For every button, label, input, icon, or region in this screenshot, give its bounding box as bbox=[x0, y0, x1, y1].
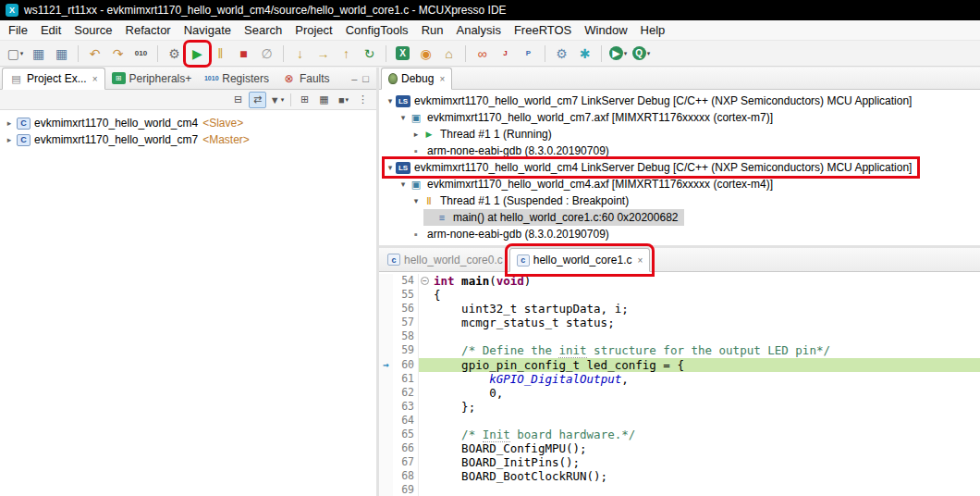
debug-tree-row[interactable]: ▾‖Thread #1 1 (Suspended : Breakpoint) bbox=[379, 192, 980, 209]
editor: c hello_world_core0.c c hello_world_core… bbox=[379, 245, 980, 496]
pin-view-button[interactable]: ▦ bbox=[315, 92, 333, 108]
code-line[interactable]: 68 BOARD_BootClockRUN(); bbox=[379, 469, 980, 483]
code-line[interactable]: 63 }; bbox=[379, 400, 980, 414]
menu-navigate[interactable]: Navigate bbox=[178, 21, 238, 39]
collapsed-arrow-icon[interactable]: ▸ bbox=[4, 135, 15, 144]
step-return-button[interactable]: ↑ bbox=[336, 43, 357, 64]
expanded-arrow-icon[interactable]: ▾ bbox=[385, 96, 396, 105]
code-area[interactable]: 54−int main(void)55{56 uint32_t startupD… bbox=[379, 272, 980, 496]
code-line[interactable]: 54−int main(void) bbox=[379, 274, 980, 288]
debug-tree-row[interactable]: ▾LSevkmimxrt1170_hello_world_cm7 LinkSer… bbox=[379, 93, 980, 109]
run-menu-button[interactable]: ▶▾ bbox=[607, 43, 629, 64]
code-line[interactable]: 57 mcmgr_status_t status; bbox=[379, 316, 980, 329]
menu-help[interactable]: Help bbox=[634, 21, 672, 39]
fold-ruler bbox=[418, 414, 431, 428]
binary-view-button[interactable]: 010 bbox=[130, 43, 152, 64]
suspend-button[interactable]: ‖ bbox=[210, 43, 231, 64]
layout-swatch-button[interactable]: ■▾ bbox=[335, 92, 352, 108]
disconnect-button[interactable]: ∅ bbox=[256, 43, 277, 64]
code-line[interactable]: →60 gpio_pin_config_t led_config = { bbox=[379, 358, 980, 372]
expanded-arrow-icon[interactable]: ▾ bbox=[398, 113, 409, 122]
save-all-button[interactable]: ▦ bbox=[51, 43, 72, 64]
resume-button[interactable]: ▶ bbox=[187, 43, 208, 64]
profile-tool-button[interactable]: X bbox=[392, 43, 413, 64]
fold-marker-icon[interactable]: − bbox=[418, 274, 431, 288]
menu-refactor[interactable]: Refactor bbox=[119, 21, 178, 39]
code-line[interactable]: 65 /* Init board hardware.*/ bbox=[379, 428, 980, 441]
close-icon[interactable]: × bbox=[637, 255, 643, 266]
restart-button[interactable]: ↻ bbox=[359, 43, 380, 64]
code-line[interactable]: 62 0, bbox=[379, 386, 980, 400]
debug-tree-row[interactable]: ▾LSevkmimxrt1170_hello_world_cm4 LinkSer… bbox=[379, 159, 980, 176]
menu-window[interactable]: Window bbox=[578, 21, 633, 39]
step-over-button[interactable]: → bbox=[312, 43, 334, 64]
menu-project[interactable]: Project bbox=[288, 21, 338, 39]
expanded-arrow-icon[interactable]: ▾ bbox=[385, 163, 396, 172]
menu-freertos[interactable]: FreeRTOS bbox=[508, 21, 578, 39]
linkserver-probe-icon: ∞ bbox=[478, 46, 487, 61]
pemicro-probe-button[interactable]: P bbox=[518, 43, 539, 64]
view-menu-button[interactable]: ⋮ bbox=[354, 92, 372, 108]
code-line[interactable]: 67 BOARD_InitPins(); bbox=[379, 455, 980, 469]
debug-tree-row[interactable]: ▸▶Thread #1 1 (Running) bbox=[379, 126, 980, 143]
tab-debug[interactable]: Debug × bbox=[381, 68, 452, 90]
debug-tree-row[interactable]: ▾▣evkmimxrt1170_hello_world_cm7.axf [MIM… bbox=[379, 109, 980, 126]
code-line[interactable]: 55{ bbox=[379, 288, 980, 302]
link-with-editor-button[interactable]: ⇄ bbox=[249, 92, 266, 108]
menu-run[interactable]: Run bbox=[415, 21, 450, 39]
step-into-button[interactable]: ↓ bbox=[289, 43, 311, 64]
menu-configtools[interactable]: ConfigTools bbox=[339, 21, 415, 39]
menu-edit[interactable]: Edit bbox=[34, 21, 67, 39]
minimize-view-icon[interactable]: – bbox=[351, 73, 357, 84]
debug-tree-row[interactable]: ▾▣evkmimxrt1170_hello_world_cm4.axf [MIM… bbox=[379, 176, 980, 192]
analysis-tool-button[interactable]: ◉ bbox=[415, 43, 436, 64]
collapse-all-button[interactable]: ⊟ bbox=[229, 92, 247, 108]
code-line[interactable]: 58 bbox=[379, 329, 980, 343]
redo-button[interactable]: ↷ bbox=[107, 43, 129, 64]
debug-tree-row[interactable]: ≡main() at hello_world_core1.c:60 0x2020… bbox=[379, 209, 980, 226]
project-tree-item-cm4[interactable]: ▸ C evkmimxrt1170_hello_world_cm4 <Slave… bbox=[0, 115, 376, 131]
code-line[interactable]: 64 bbox=[379, 414, 980, 428]
debug-tree-row[interactable]: ▪arm-none-eabi-gdb (8.3.0.20190709) bbox=[379, 143, 980, 159]
collapsed-arrow-icon[interactable]: ▸ bbox=[4, 118, 15, 128]
code-line[interactable]: 66 BOARD_ConfigMPU(); bbox=[379, 441, 980, 455]
close-icon[interactable]: × bbox=[439, 74, 445, 84]
ide-settings-button[interactable]: ⚙ bbox=[551, 43, 572, 64]
menu-search[interactable]: Search bbox=[238, 21, 288, 39]
annotation-ruler bbox=[379, 483, 393, 496]
save-button[interactable]: ▦ bbox=[28, 43, 49, 64]
new-file-icon: ▢ bbox=[7, 46, 19, 61]
home-button[interactable]: ⌂ bbox=[438, 43, 459, 64]
menu-file[interactable]: File bbox=[2, 21, 34, 39]
linkserver-probe-button[interactable]: ∞ bbox=[472, 43, 493, 64]
quickstart-button[interactable]: Q▾ bbox=[631, 43, 652, 64]
tab-faults[interactable]: ⊗ Faults bbox=[276, 68, 337, 89]
terminate-button[interactable]: ■ bbox=[233, 43, 254, 64]
filter-button[interactable]: ▼▾ bbox=[268, 92, 286, 108]
maximize-view-icon[interactable]: □ bbox=[362, 73, 369, 84]
tab-peripherals[interactable]: ⊞ Peripherals+ bbox=[105, 68, 199, 89]
jlink-probe-button[interactable]: J bbox=[495, 43, 516, 64]
tab-project-explorer[interactable]: ▤ Project Ex... × bbox=[2, 68, 105, 90]
code-line[interactable]: 56 uint32_t startupData, i; bbox=[379, 302, 980, 316]
code-line[interactable]: 61 kGPIO_DigitalOutput, bbox=[379, 372, 980, 386]
collapsed-arrow-icon[interactable]: ▸ bbox=[410, 130, 422, 139]
menu-source[interactable]: Source bbox=[67, 21, 118, 39]
debug-tree-row[interactable]: ▪arm-none-eabi-gdb (8.3.0.20190709) bbox=[379, 226, 980, 242]
undo-button[interactable]: ↶ bbox=[84, 43, 105, 64]
tab-registers[interactable]: 1010 Registers bbox=[198, 68, 276, 89]
code-line[interactable]: 69 bbox=[379, 483, 980, 496]
quick-settings-button[interactable]: ✱ bbox=[574, 43, 595, 64]
new-file-button[interactable]: ▢▾ bbox=[5, 43, 26, 64]
build-button[interactable]: ⚙ bbox=[164, 43, 185, 64]
project-tree-item-cm7[interactable]: ▸ C evkmimxrt1170_hello_world_cm7 <Maste… bbox=[0, 131, 376, 148]
tab-hello-world-core1[interactable]: c hello_world_core1.c × bbox=[509, 248, 651, 272]
tab-hello-world-core0[interactable]: c hello_world_core0.c bbox=[381, 248, 509, 271]
close-icon[interactable]: × bbox=[92, 74, 98, 84]
grid-view-button[interactable]: ⊞ bbox=[296, 92, 313, 108]
menu-analysis[interactable]: Analysis bbox=[449, 21, 507, 39]
expanded-arrow-icon[interactable]: ▾ bbox=[398, 180, 409, 189]
expanded-arrow-icon[interactable]: ▾ bbox=[410, 196, 422, 205]
line-number: 68 bbox=[393, 469, 418, 483]
code-line[interactable]: 59 /* Define the init structure for the … bbox=[379, 343, 980, 357]
